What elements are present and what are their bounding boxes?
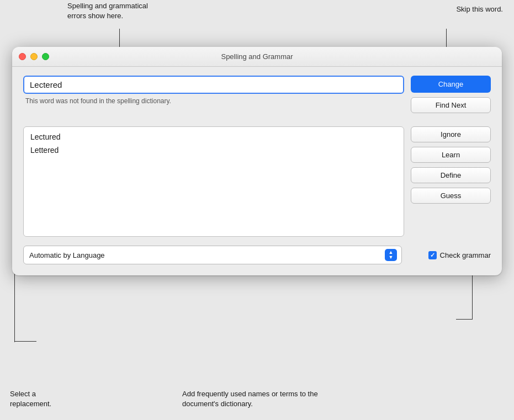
titlebar: Spelling and Grammar [12,47,502,67]
maximize-button[interactable] [42,53,49,60]
ignore-button[interactable]: Ignore [411,126,491,142]
top-right-buttons: Change Find Next [411,76,491,113]
check-grammar-wrapper: ✓ Check grammar [411,251,491,259]
suggestion-lettered[interactable]: Lettered [24,143,404,157]
annotation-spelling-errors: Spelling and grammatical errors show her… [67,1,178,21]
annotation-add-dictionary: Add frequently used names or terms to th… [182,389,337,409]
check-grammar-label: Check grammar [440,251,491,259]
define-button[interactable]: Define [411,167,491,183]
annotation-line-learn-bottom [456,319,473,320]
annotation-line-select-bottom [14,341,36,342]
find-next-button[interactable]: Find Next [411,97,491,113]
window-buttons [19,53,49,60]
word-input[interactable] [23,76,404,94]
middle-section: Lectured Lettered Ignore Learn Define Gu… [23,126,491,237]
window-content: This word was not found in the spelling … [12,67,502,275]
language-stepper[interactable]: ▲ ▼ [385,249,397,261]
minimize-button[interactable] [30,53,38,60]
language-selector[interactable]: Automatic by Language ▲ ▼ [23,246,402,264]
action-buttons: Ignore Learn Define Guess [411,126,491,237]
suggestions-list: Lectured Lettered [23,126,404,237]
close-button[interactable] [19,53,26,60]
learn-button[interactable]: Learn [411,147,491,163]
suggestion-lectured[interactable]: Lectured [24,130,404,143]
word-area: This word was not found in the spelling … [23,76,404,105]
top-section: This word was not found in the spelling … [23,76,491,113]
window-title: Spelling and Grammar [221,52,293,61]
stepper-arrows: ▲ ▼ [389,250,394,260]
word-status: This word was not found in the spelling … [23,97,404,105]
guess-button[interactable]: Guess [411,188,491,204]
bottom-section: Automatic by Language ▲ ▼ ✓ Check gramma… [23,246,491,264]
language-label: Automatic by Language [29,251,385,259]
change-button[interactable]: Change [411,76,491,93]
annotation-select-replacement: Select a replacement. [10,389,87,409]
check-grammar-checkbox[interactable]: ✓ [428,251,437,259]
spelling-grammar-window: Spelling and Grammar This word was not f… [12,47,502,275]
stepper-down-icon: ▼ [389,255,394,260]
annotation-skip-word: Skip this word. [456,4,503,14]
